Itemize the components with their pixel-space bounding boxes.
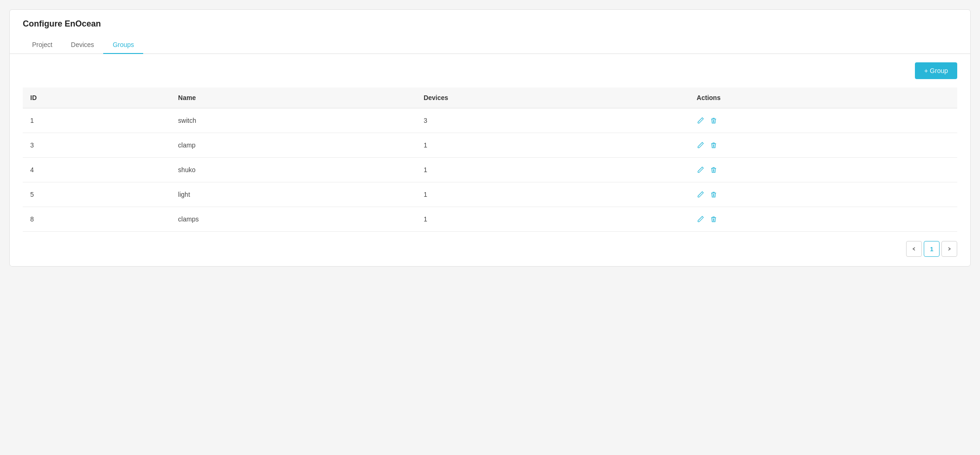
cell-devices: 1 — [416, 207, 689, 232]
delete-button[interactable] — [710, 191, 717, 198]
header: Configure EnOcean Project Devices Groups — [10, 10, 970, 54]
next-page-button[interactable] — [941, 241, 957, 257]
toolbar: + Group — [10, 54, 970, 87]
cell-devices: 1 — [416, 182, 689, 207]
tab-project[interactable]: Project — [23, 36, 62, 54]
trash-icon — [710, 141, 717, 149]
actions-container — [697, 166, 950, 174]
prev-page-button[interactable] — [906, 241, 922, 257]
table-header-row: ID Name Devices Actions — [23, 87, 957, 108]
edit-button[interactable] — [697, 215, 704, 223]
col-header-name: Name — [171, 87, 416, 108]
delete-button[interactable] — [710, 215, 717, 223]
delete-button[interactable] — [710, 117, 717, 124]
cell-devices: 1 — [416, 133, 689, 158]
actions-container — [697, 141, 950, 149]
table-row: 5light1 — [23, 182, 957, 207]
delete-button[interactable] — [710, 141, 717, 149]
page-container: Configure EnOcean Project Devices Groups… — [9, 9, 971, 267]
page-title: Configure EnOcean — [23, 19, 957, 29]
edit-button[interactable] — [697, 141, 704, 149]
trash-icon — [710, 117, 717, 124]
cell-actions — [689, 133, 957, 158]
tabs: Project Devices Groups — [23, 36, 957, 54]
cell-actions — [689, 108, 957, 133]
cell-actions — [689, 182, 957, 207]
cell-devices: 1 — [416, 158, 689, 182]
table-row: 4shuko1 — [23, 158, 957, 182]
cell-name: clamp — [171, 133, 416, 158]
cell-devices: 3 — [416, 108, 689, 133]
trash-icon — [710, 191, 717, 198]
cell-name: switch — [171, 108, 416, 133]
add-group-button[interactable]: + Group — [915, 62, 957, 79]
cell-name: clamps — [171, 207, 416, 232]
cell-id: 3 — [23, 133, 171, 158]
actions-container — [697, 215, 950, 223]
col-header-actions: Actions — [689, 87, 957, 108]
pencil-icon — [697, 166, 704, 174]
table-row: 1switch3 — [23, 108, 957, 133]
cell-actions — [689, 158, 957, 182]
chevron-left-icon — [912, 247, 916, 251]
pencil-icon — [697, 215, 704, 223]
cell-id: 4 — [23, 158, 171, 182]
edit-button[interactable] — [697, 166, 704, 174]
trash-icon — [710, 215, 717, 223]
pagination: 1 — [10, 232, 970, 266]
page-1-button[interactable]: 1 — [924, 241, 940, 257]
delete-button[interactable] — [710, 166, 717, 174]
cell-name: light — [171, 182, 416, 207]
table-row: 8clamps1 — [23, 207, 957, 232]
tab-devices[interactable]: Devices — [62, 36, 104, 54]
cell-id: 1 — [23, 108, 171, 133]
edit-button[interactable] — [697, 191, 704, 198]
table-container: ID Name Devices Actions 1switch3 3clamp1 — [10, 87, 970, 232]
cell-name: shuko — [171, 158, 416, 182]
cell-id: 8 — [23, 207, 171, 232]
table-row: 3clamp1 — [23, 133, 957, 158]
col-header-id: ID — [23, 87, 171, 108]
pencil-icon — [697, 117, 704, 124]
edit-button[interactable] — [697, 117, 704, 124]
cell-id: 5 — [23, 182, 171, 207]
pencil-icon — [697, 191, 704, 198]
actions-container — [697, 117, 950, 124]
actions-container — [697, 191, 950, 198]
groups-table: ID Name Devices Actions 1switch3 3clamp1 — [23, 87, 957, 232]
trash-icon — [710, 166, 717, 174]
cell-actions — [689, 207, 957, 232]
col-header-devices: Devices — [416, 87, 689, 108]
chevron-right-icon — [947, 247, 952, 251]
tab-groups[interactable]: Groups — [103, 36, 143, 54]
pencil-icon — [697, 141, 704, 149]
